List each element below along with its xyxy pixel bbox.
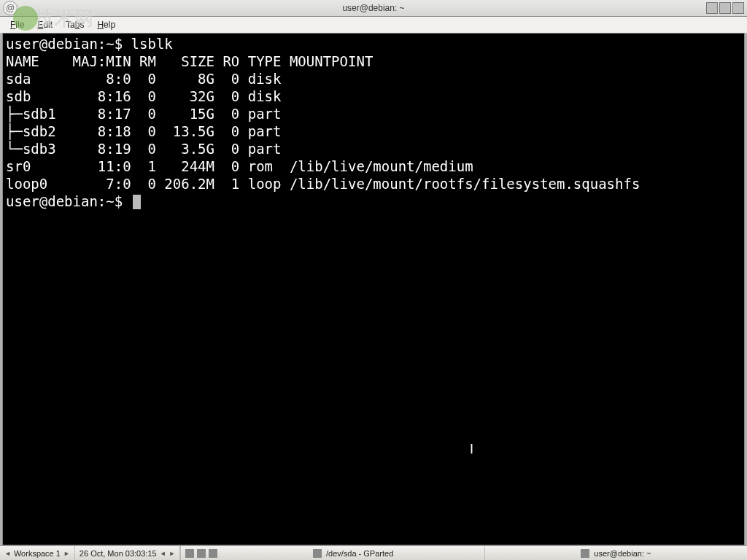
taskbar-app-label: /dev/sda - GParted xyxy=(326,549,393,558)
taskbar: ◄ Workspace 1 ► 26 Oct, Mon 03:03:15 ◄ ►… xyxy=(0,545,747,560)
tray-icon[interactable] xyxy=(185,549,194,558)
menu-file[interactable]: File xyxy=(4,18,30,31)
window-titlebar: @ user@debian: ~ xyxy=(0,0,747,17)
close-button[interactable] xyxy=(732,2,744,14)
workspace-label: Workspace 1 xyxy=(14,549,61,558)
terminal-icon xyxy=(581,549,589,558)
terminal-menubar: File Edit Tabs Help xyxy=(0,17,747,34)
arrow-right-icon[interactable]: ► xyxy=(169,550,176,557)
arrow-left-icon[interactable]: ◄ xyxy=(160,550,166,557)
taskbar-app-gparted[interactable]: /dev/sda - GParted xyxy=(222,546,484,560)
taskbar-app-label: user@debian: ~ xyxy=(594,549,651,558)
tray-icon[interactable] xyxy=(209,549,217,558)
arrow-left-icon[interactable]: ◄ xyxy=(4,550,11,557)
debian-swirl-icon: @ xyxy=(3,1,18,15)
tray-icons xyxy=(180,546,222,560)
window-title: user@debian: ~ xyxy=(0,3,747,13)
maximize-button[interactable] xyxy=(719,2,731,14)
taskbar-clock[interactable]: 26 Oct, Mon 03:03:15 ◄ ► xyxy=(75,546,181,560)
menu-tabs[interactable]: Tabs xyxy=(60,18,90,31)
gparted-icon xyxy=(313,549,322,558)
menu-help[interactable]: Help xyxy=(91,18,121,31)
minimize-button[interactable] xyxy=(706,2,718,14)
menu-edit[interactable]: Edit xyxy=(31,18,58,31)
taskbar-app-terminal[interactable]: user@debian: ~ xyxy=(485,546,747,560)
arrow-right-icon[interactable]: ► xyxy=(63,550,70,557)
terminal-window[interactable]: user@debian:~$ lsblk NAME MAJ:MIN RM SIZ… xyxy=(2,33,745,545)
tray-icon[interactable] xyxy=(197,549,206,558)
window-controls xyxy=(706,2,744,14)
terminal-output[interactable]: user@debian:~$ lsblk NAME MAJ:MIN RM SIZ… xyxy=(3,34,744,545)
workspace-switcher[interactable]: ◄ Workspace 1 ► xyxy=(0,546,75,560)
clock-text: 26 Oct, Mon 03:03:15 xyxy=(80,549,157,558)
